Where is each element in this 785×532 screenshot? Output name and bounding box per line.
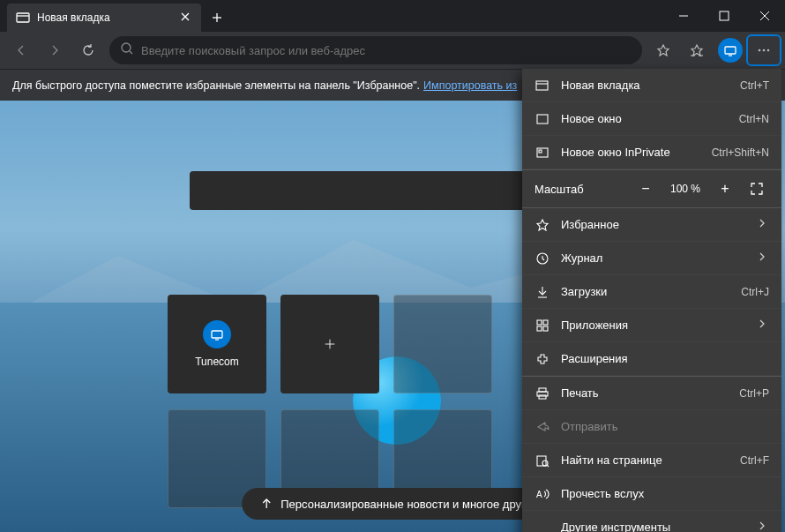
tile-label: Tunecom	[195, 356, 239, 368]
new-tab-icon	[535, 79, 550, 93]
svg-rect-36	[543, 320, 548, 325]
menu-more-tools[interactable]: Другие инструменты	[522, 511, 781, 532]
minimize-button[interactable]	[663, 0, 704, 32]
new-tab-button[interactable]	[205, 5, 229, 30]
back-button[interactable]	[5, 36, 37, 64]
settings-menu-button[interactable]	[748, 36, 780, 64]
search-icon	[120, 41, 134, 59]
news-button-label: Персонализированные новости и многое дру…	[280, 498, 526, 511]
inprivate-icon	[535, 146, 550, 160]
tab-page-icon	[16, 11, 30, 25]
zoom-in-button[interactable]: +	[713, 176, 737, 201]
svg-marker-12	[658, 45, 669, 56]
window-icon	[535, 112, 550, 126]
svg-point-20	[767, 49, 770, 52]
svg-point-18	[759, 49, 761, 52]
menu-label: Расширения	[561, 352, 769, 365]
menu-shortcut: Ctrl+Shift+N	[712, 146, 769, 159]
menu-label: Найти на странице	[561, 453, 729, 467]
menu-label: Печать	[561, 386, 729, 400]
tab-close-icon[interactable]	[178, 10, 192, 26]
menu-label: Прочесть вслух	[561, 487, 769, 500]
read-aloud-icon: A	[535, 487, 550, 501]
forward-button[interactable]	[39, 36, 71, 64]
menu-history[interactable]: Журнал	[522, 242, 781, 275]
profile-button[interactable]	[718, 38, 743, 63]
maximize-button[interactable]	[704, 0, 744, 32]
menu-new-inprivate[interactable]: Новое окно InPrivate Ctrl+Shift+N	[522, 136, 781, 169]
personalized-news-button[interactable]: Персонализированные новости и многое дру…	[242, 488, 543, 520]
menu-read-aloud[interactable]: A Прочесть вслух	[522, 477, 781, 511]
menu-extensions[interactable]: Расширения	[522, 342, 781, 376]
zoom-value: 100 %	[665, 183, 706, 195]
address-bar[interactable]	[109, 36, 642, 64]
chevron-right-icon	[755, 519, 769, 532]
menu-favorites[interactable]: Избранное	[522, 208, 781, 242]
svg-point-10	[122, 43, 131, 52]
share-icon	[535, 420, 550, 434]
menu-label: Журнал	[561, 251, 744, 265]
tile-placeholder	[393, 295, 492, 393]
svg-rect-37	[537, 326, 542, 331]
svg-rect-7	[720, 11, 729, 20]
download-icon	[535, 285, 550, 299]
menu-print[interactable]: Печать Ctrl+P	[522, 377, 781, 410]
toolbar	[0, 32, 785, 69]
menu-label: Другие инструменты	[561, 521, 744, 532]
fullscreen-button[interactable]	[744, 176, 769, 201]
menu-share: Отправить	[522, 410, 781, 444]
zoom-out-button[interactable]: −	[633, 176, 658, 201]
tab-title: Новая вкладка	[37, 11, 171, 24]
svg-rect-39	[539, 388, 546, 392]
print-icon	[535, 386, 550, 401]
history-icon	[535, 251, 550, 266]
svg-rect-28	[537, 115, 548, 124]
menu-find[interactable]: Найти на странице Ctrl+F	[522, 444, 781, 477]
find-icon	[535, 453, 550, 468]
svg-point-19	[763, 49, 766, 52]
menu-shortcut: Ctrl+T	[740, 79, 769, 92]
chevron-right-icon	[755, 317, 769, 333]
menu-label: Приложения	[561, 318, 744, 332]
menu-label: Новое окно InPrivate	[561, 146, 701, 159]
svg-rect-30	[539, 150, 542, 153]
refresh-button[interactable]	[72, 36, 104, 64]
menu-label: Новая вкладка	[561, 79, 729, 92]
svg-rect-21	[212, 331, 222, 338]
quick-links-tiles: Tunecom	[168, 295, 492, 393]
apps-icon	[535, 318, 550, 333]
browser-tab[interactable]: Новая вкладка	[7, 4, 201, 32]
menu-new-tab[interactable]: Новая вкладка Ctrl+T	[522, 69, 781, 102]
chevron-right-icon	[755, 216, 769, 233]
menu-downloads[interactable]: Загрузки Ctrl+J	[522, 275, 781, 309]
titlebar: Новая вкладка	[0, 0, 785, 32]
menu-label: Отправить	[561, 420, 769, 433]
svg-marker-13	[692, 45, 702, 56]
address-input[interactable]	[141, 44, 632, 57]
svg-rect-26	[536, 81, 548, 90]
menu-label: Загрузки	[561, 285, 730, 298]
import-favorites-link[interactable]: Импортировать из	[423, 79, 517, 92]
window-controls	[663, 0, 785, 32]
svg-text:A: A	[536, 490, 542, 499]
menu-shortcut: Ctrl+J	[741, 286, 769, 298]
svg-rect-0	[17, 13, 29, 22]
close-window-button[interactable]	[744, 0, 785, 32]
menu-label: Новое окно	[561, 112, 729, 125]
svg-rect-35	[537, 320, 542, 325]
favorite-star-button[interactable]	[647, 36, 679, 64]
svg-marker-31	[537, 220, 548, 230]
add-tile-button[interactable]	[280, 295, 379, 393]
tile-tunecom[interactable]: Tunecom	[168, 295, 266, 393]
menu-apps[interactable]: Приложения	[522, 309, 781, 342]
infobar-text: Для быстрого доступа поместите избранные…	[12, 79, 420, 92]
tile-icon	[203, 320, 231, 348]
menu-shortcut: Ctrl+F	[740, 454, 769, 467]
menu-shortcut: Ctrl+P	[739, 387, 769, 400]
svg-rect-16	[725, 47, 736, 54]
star-icon	[535, 218, 550, 232]
svg-rect-38	[543, 326, 548, 331]
settings-menu: Новая вкладка Ctrl+T Новое окно Ctrl+N Н…	[522, 69, 781, 532]
menu-new-window[interactable]: Новое окно Ctrl+N	[522, 102, 781, 136]
favorites-bar-button[interactable]	[681, 36, 713, 64]
